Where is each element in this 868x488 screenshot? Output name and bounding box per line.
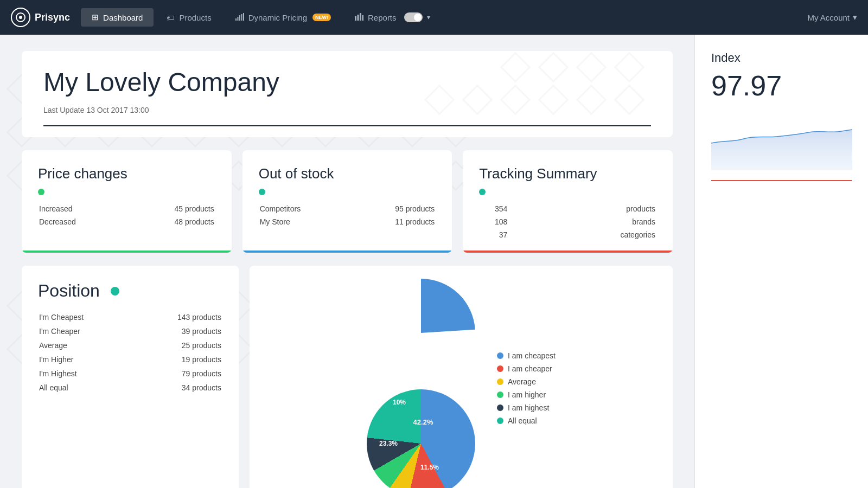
tracking-value-1: 108 [480, 216, 507, 228]
legend-label-higher: I am higher [508, 390, 546, 399]
reports-chevron-icon: ▾ [427, 14, 430, 21]
position-label-5: All equal [39, 381, 130, 394]
tracking-dot [479, 189, 486, 195]
nav-dashboard[interactable]: ⊞ Dashboard [81, 8, 154, 27]
main-content: My Lovely Company Last Update 13 Oct 201… [0, 35, 694, 488]
pie-label-cheaper: 11.5% [420, 464, 439, 471]
dashboard-icon: ⊞ [92, 12, 99, 22]
legend-item-higher: I am higher [497, 390, 556, 399]
position-value-1: 39 products [131, 325, 221, 338]
nav-items: ⊞ Dashboard 🏷 Products Dynamic Pricing N… [81, 8, 807, 27]
position-value-2: 25 products [131, 339, 221, 352]
company-name: My Lovely Company [43, 67, 651, 97]
pie-label-highest: 10% [393, 399, 406, 406]
index-chart [711, 111, 852, 176]
legend-dot-highest [497, 404, 503, 411]
table-row: My Store 11 products [260, 216, 435, 228]
svg-point-1 [19, 16, 22, 19]
tracking-label-1: brands [508, 216, 655, 228]
position-value-0: 143 products [131, 311, 221, 324]
legend-item-highest: I am highest [497, 403, 556, 412]
legend-dot-equal [497, 418, 503, 424]
legend-label-highest: I am highest [508, 403, 549, 412]
price-changes-label-1: Decreased [39, 216, 123, 228]
position-title: Position [38, 281, 222, 301]
position-value-4: 79 products [131, 367, 221, 380]
out-of-stock-label-0: Competitors [260, 203, 348, 215]
svg-rect-7 [355, 16, 356, 21]
svg-rect-5 [241, 14, 242, 21]
position-label-0: I'm Cheapest [39, 311, 130, 324]
out-of-stock-label-1: My Store [260, 216, 348, 228]
out-of-stock-title: Out of stock [259, 165, 436, 182]
nav-dynamic-pricing[interactable]: Dynamic Pricing New! [225, 9, 342, 27]
table-row: I'm Cheaper 39 products [39, 325, 221, 338]
main-inner: My Lovely Company Last Update 13 Oct 201… [0, 35, 694, 488]
position-label-1: I'm Cheaper [39, 325, 130, 338]
out-of-stock-table: Competitors 95 products My Store 11 prod… [259, 202, 436, 229]
table-row: 37 categories [480, 229, 655, 241]
legend-item-cheaper: I am cheaper [497, 364, 556, 373]
pie-label-equal: 23.3% [379, 440, 398, 447]
price-changes-title: Price changes [38, 165, 215, 182]
legend-item-average: Average [497, 377, 556, 386]
nav-products[interactable]: 🏷 Products [156, 9, 222, 27]
svg-rect-8 [358, 15, 359, 21]
table-row: 354 products [480, 203, 655, 215]
out-of-stock-value-1: 11 products [349, 216, 435, 228]
my-account-menu[interactable]: My Account ▾ [807, 12, 857, 22]
pie-label-cheapest: 42.2% [413, 418, 433, 426]
svg-rect-2 [235, 18, 237, 21]
bottom-row: Position I'm Cheapest 143 products I'm C… [22, 266, 673, 488]
pie-chart-visual: 42.2% 11.5% 23.3% 10% [367, 389, 475, 488]
tracking-summary-card: Tracking Summary 354 products 108 brands [463, 150, 673, 253]
price-changes-label-0: Increased [39, 203, 123, 215]
index-chart-divider [711, 180, 852, 181]
legend-dot-cheapest [497, 352, 503, 359]
table-row: All equal 34 products [39, 381, 221, 394]
pie-chart: 42.2% 11.5% 23.3% 10% [367, 279, 475, 488]
out-of-stock-card: Out of stock Competitors 95 products My … [242, 150, 452, 253]
content-area: My Lovely Company Last Update 13 Oct 201… [0, 35, 868, 488]
table-row: Decreased 48 products [39, 216, 214, 228]
position-value-5: 34 products [131, 381, 221, 394]
my-account-label: My Account [807, 13, 850, 22]
index-sidebar: Index 97.97 [694, 35, 868, 488]
index-value: 97.97 [711, 69, 852, 102]
header-divider [43, 125, 651, 126]
position-table: I'm Cheapest 143 products I'm Cheaper 39… [38, 310, 222, 395]
logo-icon [11, 8, 30, 27]
table-row: Increased 45 products [39, 203, 214, 215]
nav-reports[interactable]: Reports ▾ [344, 8, 441, 27]
table-row: I'm Cheapest 143 products [39, 311, 221, 324]
dynamic-pricing-icon [235, 13, 244, 22]
tracking-label-2: categories [508, 229, 655, 241]
table-row: Average 25 products [39, 339, 221, 352]
nav-reports-label: Reports [368, 13, 397, 22]
legend-label-average: Average [508, 377, 536, 386]
svg-rect-9 [360, 13, 361, 21]
navigation: Prisync ⊞ Dashboard 🏷 Products Dynamic P… [0, 0, 868, 35]
company-section: My Lovely Company Last Update 13 Oct 201… [22, 51, 673, 137]
out-of-stock-dot [259, 189, 265, 195]
nav-dashboard-label: Dashboard [103, 13, 143, 22]
nav-dynamic-pricing-label: Dynamic Pricing [248, 13, 307, 22]
logo-text: Prisync [35, 12, 70, 23]
table-row: I'm Higher 19 products [39, 353, 221, 366]
legend-dot-average [497, 378, 503, 385]
price-changes-dot [38, 189, 44, 195]
legend-label-equal: All equal [508, 416, 537, 425]
reports-toggle[interactable] [404, 12, 423, 22]
position-label-4: I'm Highest [39, 367, 130, 380]
cards-row: Price changes Increased 45 products Decr… [22, 150, 673, 253]
price-changes-value-1: 48 products [124, 216, 214, 228]
legend-label-cheapest: I am cheapest [508, 351, 556, 360]
last-update: Last Update 13 Oct 2017 13:00 [43, 106, 651, 114]
position-label-3: I'm Higher [39, 353, 130, 366]
svg-rect-10 [362, 15, 364, 21]
legend-item-equal: All equal [497, 416, 556, 425]
position-value-3: 19 products [131, 353, 221, 366]
price-changes-value-0: 45 products [124, 203, 214, 215]
logo[interactable]: Prisync [11, 8, 70, 27]
svg-rect-3 [237, 17, 238, 21]
